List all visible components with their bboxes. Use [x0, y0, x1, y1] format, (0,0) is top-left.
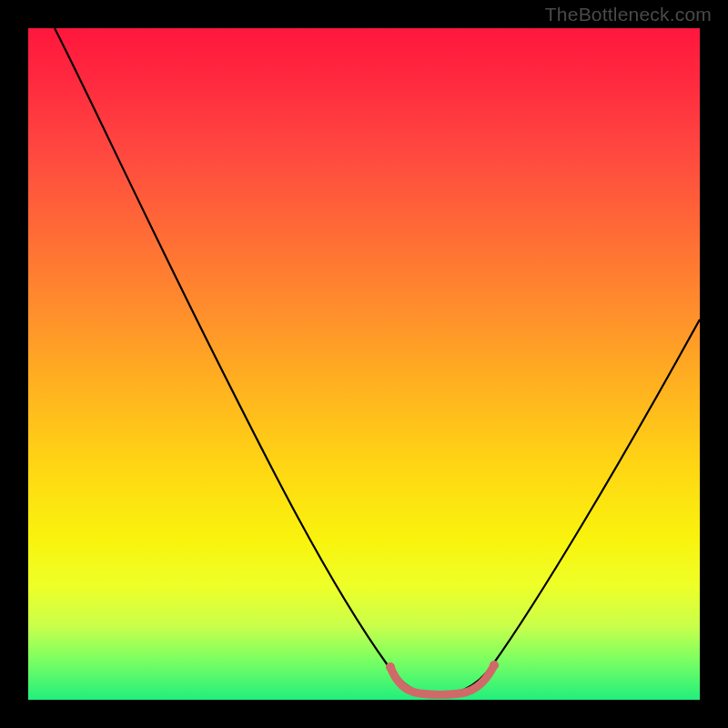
watermark-text: TheBottleneck.com	[545, 4, 712, 25]
curve-layer	[28, 28, 700, 700]
plot-area	[28, 28, 700, 700]
chart-frame: TheBottleneck.com	[0, 0, 728, 728]
bottleneck-curve	[55, 28, 700, 694]
marker-endpoint-right-icon	[490, 661, 499, 670]
marker-endpoint-left-icon	[386, 662, 395, 672]
